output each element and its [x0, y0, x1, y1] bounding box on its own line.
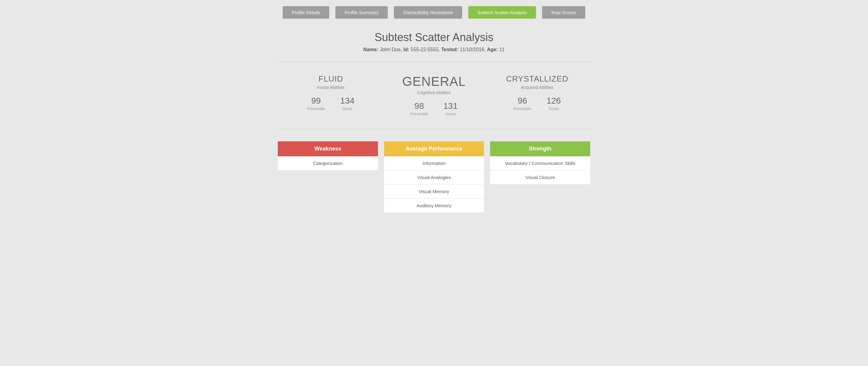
age-label: Age:: [487, 47, 498, 52]
nav-btn-raw-scores[interactable]: Raw Scores: [542, 6, 585, 19]
fluid-subtitle: Innate Abilities: [284, 85, 378, 90]
general-values: 98 Percentile 131 Score: [378, 101, 490, 116]
strength-col: Strength Vocabulary / Communication Skil…: [490, 141, 590, 184]
weakness-col: Weakness Categorization: [278, 141, 378, 170]
crystallized-percentile-value: 96: [514, 96, 531, 106]
average-item-2: Visual Memory: [384, 185, 484, 199]
crystallized-percentile-item: 96 Percentile: [514, 96, 531, 111]
general-percentile-item: 98 Percentile: [410, 101, 428, 116]
fluid-title: FLUID: [284, 74, 378, 84]
weakness-header: Weakness: [278, 141, 378, 156]
fluid-percentile-label: Percentile: [307, 106, 325, 111]
age-value: 11: [499, 47, 505, 52]
nav-btn-distractibility-resistance[interactable]: Distractibility Resistance: [394, 6, 462, 19]
divider-bottom: [278, 129, 590, 129]
fluid-percentile-item: 99 Percentile: [307, 96, 325, 111]
page-title: Subtest Scatter Analysis: [278, 31, 590, 44]
nav-btn-profile-summary[interactable]: Profile Summary: [335, 6, 388, 19]
crystallized-score-label: Score: [549, 106, 559, 111]
nav-bar: Profile DetailsProfile SummaryDistractib…: [0, 0, 868, 25]
general-percentile-value: 98: [410, 101, 428, 111]
fluid-group: FLUID Innate Abilities 99 Percentile 134…: [284, 74, 378, 111]
general-group: GENERAL Cognitive Abilities 98 Percentil…: [378, 74, 490, 116]
strength-header: Strength: [490, 141, 590, 156]
fluid-values: 99 Percentile 134 Score: [284, 96, 378, 111]
page-content: Subtest Scatter Analysis Name: John Doe,…: [266, 25, 602, 231]
crystallized-values: 96 Percentile 126 Score: [490, 96, 584, 111]
weakness-item-0: Categorization: [278, 156, 378, 170]
strength-item-0: Vocabulary / Communication Skills: [490, 156, 590, 170]
average-header: Average Performance: [384, 141, 484, 156]
general-score-label: Score: [445, 112, 456, 116]
scores-section: FLUID Innate Abilities 99 Percentile 134…: [278, 74, 590, 116]
general-subtitle: Cognitive Abilities: [378, 90, 490, 95]
general-percentile-label: Percentile: [410, 112, 428, 116]
tables-section: Weakness Categorization Average Performa…: [278, 141, 590, 213]
average-item-1: Visual Analogies: [384, 170, 484, 185]
average-col: Average Performance Information Visual A…: [384, 141, 484, 213]
general-score-value: 131: [443, 101, 458, 111]
average-item-3: Auditory Memory: [384, 199, 484, 213]
fluid-score-value: 134: [340, 96, 355, 106]
page-subtitle: Name: John Doe, Id: 555-22-5555, Tested:…: [278, 47, 590, 52]
general-score-item: 131 Score: [443, 101, 458, 116]
average-item-0: Information: [384, 156, 484, 170]
name-value: John Doe,: [380, 47, 402, 52]
tested-value: 11/10/2016,: [460, 47, 486, 52]
name-label: Name:: [363, 47, 378, 52]
crystallized-title: CRYSTALLIZED: [490, 74, 584, 84]
crystallized-group: CRYSTALLIZED Acquired Abilities 96 Perce…: [490, 74, 584, 111]
crystallized-subtitle: Acquired Abilities: [490, 85, 584, 90]
general-title: GENERAL: [378, 74, 490, 89]
id-value: 555-22-5555,: [411, 47, 440, 52]
strength-item-1: Visual Closure: [490, 170, 590, 184]
fluid-percentile-value: 99: [307, 96, 325, 106]
fluid-score-item: 134 Score: [340, 96, 355, 111]
nav-btn-subtest-scatter-analysis[interactable]: Subtest Scatter Analysis: [468, 6, 536, 19]
tested-label: Tested:: [441, 47, 459, 52]
fluid-score-label: Score: [342, 106, 352, 111]
crystallized-score-item: 126 Score: [547, 96, 561, 111]
crystallized-percentile-label: Percentile: [514, 106, 531, 111]
crystallized-score-value: 126: [547, 96, 561, 106]
divider-top: [278, 62, 590, 62]
nav-btn-profile-details[interactable]: Profile Details: [283, 6, 330, 19]
